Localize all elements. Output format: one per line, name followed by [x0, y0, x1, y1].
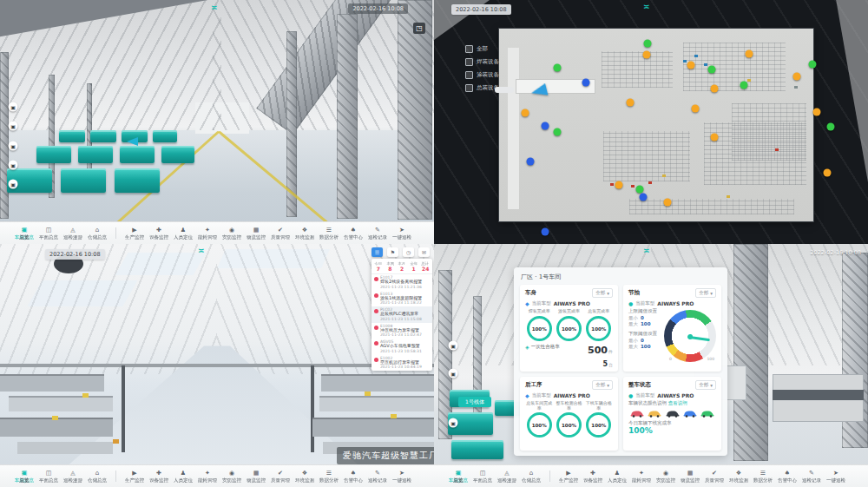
toolbar-item[interactable]: ✎ 巡检记录 [367, 470, 388, 483]
toolbar-item[interactable]: ❖ 环境监测 [294, 227, 315, 240]
map-dot-green[interactable] [554, 64, 562, 72]
toolbar-item[interactable]: ✦ 能耗管理 [631, 470, 652, 483]
map-dot-orange[interactable] [824, 169, 832, 177]
toolbar-item[interactable]: ◬ 巡检漫游 [496, 470, 517, 483]
map-dot-orange[interactable] [643, 51, 651, 59]
map-dot-orange[interactable] [711, 134, 719, 141]
toolbar-item[interactable]: ♠ 告警中心 [343, 227, 364, 240]
map-dot-orange[interactable] [615, 181, 623, 189]
toolbar-item[interactable]: ♟ 人员定位 [173, 470, 194, 483]
map-dot-orange[interactable] [793, 73, 801, 81]
map-dot-blue[interactable] [542, 122, 549, 130]
toolbar-item[interactable]: ◫ 平面总览 [38, 227, 59, 240]
car-legend-link[interactable]: 查看说明 [668, 400, 687, 405]
toolbar-item[interactable]: ♟ 人员定位 [607, 470, 628, 483]
alarm-list-item[interactable]: E1013 涂装1线温度超限报警 2021-11-23 11:18:22 [372, 291, 432, 307]
toolbar-item[interactable]: ❖ 环境监测 [294, 470, 315, 483]
toolbar-item[interactable]: ▶ 生产监控 [124, 470, 145, 483]
map-dot-blue[interactable] [542, 228, 549, 236]
toolbar-item[interactable]: ≍ 总览 [14, 470, 34, 483]
poi-marker[interactable]: ▣ [9, 161, 18, 170]
list-icon-button[interactable]: ☰ [372, 247, 383, 257]
model-select[interactable]: 全部▾ [592, 288, 613, 298]
expand-icon-button[interactable]: ◳ [413, 23, 425, 34]
map-dot-blue[interactable] [582, 79, 590, 87]
toolbar-item[interactable]: ◫ 平面总览 [472, 470, 493, 483]
legend-collapse-button[interactable] [495, 87, 514, 93]
poi-marker[interactable]: ▣ [9, 180, 18, 189]
map-dot-orange[interactable] [711, 85, 719, 93]
toolbar-item[interactable]: ✔ 质量管理 [270, 470, 291, 483]
toolbar-item[interactable]: ☰ 数据分析 [753, 470, 773, 483]
toolbar-item[interactable]: ◉ 安防监控 [221, 470, 242, 483]
map-dot-green[interactable] [708, 66, 716, 74]
map-dot-green[interactable] [554, 128, 562, 136]
model-select[interactable]: 全部▾ [695, 288, 716, 298]
toolbar-item[interactable]: ◬ 巡检漫游 [62, 227, 83, 240]
poi-marker[interactable]: ▣ [9, 102, 18, 112]
toolbar-item[interactable]: ✚ 设备监控 [582, 470, 603, 483]
toolbar-item[interactable]: ♠ 告警中心 [343, 470, 364, 483]
toolbar-item[interactable]: ▶ 生产监控 [558, 470, 579, 483]
toolbar-item[interactable]: ✔ 质量管理 [704, 470, 725, 483]
toolbar-item[interactable]: ⌂ 仓储总览 [87, 470, 108, 483]
toolbar-item[interactable]: ➤ 一键巡检 [391, 227, 412, 240]
map-dot-orange[interactable] [522, 109, 529, 117]
toolbar-item[interactable]: ◉ 安防监控 [655, 470, 676, 483]
alarm-list-item[interactable]: E1002 空压机运行异常报警 2021-11-23 10:44:19 [372, 355, 432, 372]
model-select[interactable]: 全部▾ [695, 380, 716, 390]
alarm-list-item[interactable]: E1017 焊装2线设备离线报警 2021-11-23 11:21:36 [372, 274, 432, 291]
toolbar-item[interactable]: ✦ 能耗管理 [197, 470, 218, 483]
toolbar-item[interactable]: ⌂ 仓储总览 [87, 227, 108, 240]
toolbar-item[interactable]: ≍ 总览 [14, 227, 34, 240]
poi-marker[interactable]: ▣ [449, 369, 458, 378]
legend-item[interactable]: 全部 [465, 45, 499, 53]
map-dot-green[interactable] [740, 82, 748, 89]
toolbar-item[interactable]: ✚ 设备监控 [148, 227, 169, 240]
toolbar-item[interactable]: ≍ 总览 [448, 470, 468, 483]
toolbar-item[interactable]: ➤ 一键巡检 [391, 470, 412, 483]
poi-marker[interactable]: ▣ [449, 418, 458, 428]
poi-marker[interactable]: ▣ [9, 122, 18, 131]
legend-item[interactable]: 焊装设备 [465, 58, 499, 66]
poi-marker[interactable]: ▣ [9, 141, 18, 151]
alarm-list-item[interactable]: E1008 冲压线压力异常报警 2021-11-23 11:02:47 [372, 323, 432, 339]
toolbar-item[interactable]: ♟ 人员定位 [173, 227, 194, 240]
toolbar-item[interactable]: ✚ 设备监控 [148, 470, 169, 483]
toolbar-item[interactable]: ▦ 物流监控 [246, 470, 266, 483]
map-dot-orange[interactable] [692, 105, 700, 113]
clock-icon-button[interactable]: ◷ [403, 247, 414, 257]
toolbar-item[interactable]: ❖ 环境监测 [728, 470, 749, 483]
map-dot-green[interactable] [827, 123, 835, 131]
toolbar-item[interactable]: ▶ 生产监控 [124, 227, 145, 240]
toolbar-item[interactable]: ▦ 物流监控 [246, 227, 266, 240]
map-dot-orange[interactable] [746, 50, 753, 58]
toolbar-item[interactable]: ◫ 平面总览 [38, 470, 59, 483]
toolbar-item[interactable]: ☰ 数据分析 [319, 227, 339, 240]
toolbar-item[interactable]: ▦ 物流监控 [680, 470, 700, 483]
alarm-list-item[interactable]: AGV05 AGV小车低电量预警 2021-11-23 10:58:31 [372, 339, 432, 355]
poi-marker[interactable]: ▣ [449, 341, 458, 351]
mail-icon-button[interactable]: ✉ [418, 247, 430, 257]
map-dot-orange[interactable] [687, 62, 695, 69]
map-dot-orange[interactable] [627, 99, 635, 107]
toolbar-item[interactable]: ⌂ 仓储总览 [521, 470, 542, 483]
map-dot-green[interactable] [644, 40, 652, 48]
toolbar-item[interactable]: ☰ 数据分析 [319, 470, 339, 483]
map-dot-green[interactable] [636, 186, 644, 194]
alarm-list-item[interactable]: PLC02 总装线PLC通讯异常 2021-11-23 11:15:08 [372, 306, 432, 323]
map-dot-orange[interactable] [664, 199, 672, 207]
map-dot-blue[interactable] [527, 158, 535, 166]
toolbar-item[interactable]: ✎ 巡检记录 [367, 227, 388, 240]
map-dot-orange[interactable] [813, 109, 821, 116]
flag-icon-button[interactable]: ⚑ [387, 247, 398, 257]
toolbar-item[interactable]: ➤ 一键巡检 [825, 470, 846, 483]
legend-item[interactable]: 涂装设备 [465, 71, 499, 79]
map-dot-green[interactable] [809, 61, 817, 69]
model-select[interactable]: 全部▾ [592, 380, 613, 390]
toolbar-item[interactable]: ♠ 告警中心 [777, 470, 798, 483]
toolbar-item[interactable]: ◬ 巡检漫游 [62, 470, 83, 483]
toolbar-item[interactable]: ✦ 能耗管理 [197, 227, 218, 240]
toolbar-item[interactable]: ✎ 巡检记录 [801, 470, 822, 483]
map-dot-blue[interactable] [640, 194, 648, 201]
